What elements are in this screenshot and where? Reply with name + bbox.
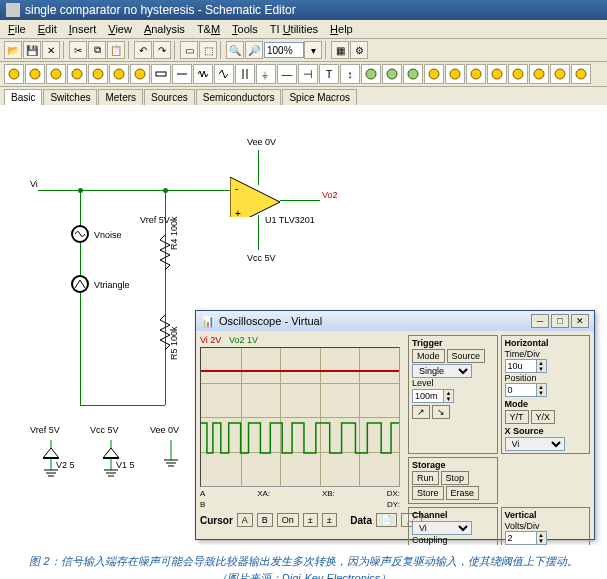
xsource-select[interactable]: Vi: [505, 437, 565, 451]
component-icon[interactable]: ⊣: [298, 64, 318, 84]
save-icon[interactable]: 💾: [23, 41, 41, 59]
component-icon[interactable]: [151, 64, 171, 84]
component-icon[interactable]: [403, 64, 423, 84]
store-button[interactable]: Store: [412, 486, 444, 500]
svg-point-6: [135, 69, 145, 79]
vtriangle-source[interactable]: [71, 275, 89, 293]
run-button[interactable]: Run: [412, 471, 439, 485]
channel-select[interactable]: Vi: [412, 521, 472, 535]
component-icon[interactable]: ⏚: [256, 64, 276, 84]
oscilloscope-titlebar[interactable]: 📊 Oscilloscope - Virtual ─ □ ✕: [196, 311, 594, 331]
component-icon[interactable]: [4, 64, 24, 84]
component-icon[interactable]: [466, 64, 486, 84]
cut-icon[interactable]: ✂: [69, 41, 87, 59]
component-icon[interactable]: [235, 64, 255, 84]
tab-spice-macros[interactable]: Spice Macros: [282, 89, 357, 105]
component-icon[interactable]: ↕: [340, 64, 360, 84]
close-icon[interactable]: ✕: [42, 41, 60, 59]
component-icon[interactable]: [361, 64, 381, 84]
cursor-minus-button[interactable]: ±: [322, 513, 337, 527]
close-icon[interactable]: ✕: [571, 314, 589, 328]
hpos-input[interactable]: ▲▼: [505, 383, 547, 397]
grid-icon[interactable]: ▦: [331, 41, 349, 59]
voltsdiv-input[interactable]: ▲▼: [505, 531, 547, 545]
component-icon[interactable]: —: [277, 64, 297, 84]
minimize-icon[interactable]: ─: [531, 314, 549, 328]
component-icon[interactable]: [46, 64, 66, 84]
trigger-falling-icon[interactable]: ↘: [432, 405, 450, 419]
menu-insert[interactable]: Insert: [65, 22, 101, 36]
menu-analysis[interactable]: Analysis: [140, 22, 189, 36]
vnoise-source[interactable]: [71, 225, 89, 243]
maximize-icon[interactable]: □: [551, 314, 569, 328]
menu-view[interactable]: View: [104, 22, 136, 36]
oscilloscope-window[interactable]: 📊 Oscilloscope - Virtual ─ □ ✕ Vi 2V Vo2…: [195, 310, 595, 540]
component-icon[interactable]: [193, 64, 213, 84]
paste-icon[interactable]: 📋: [107, 41, 125, 59]
tab-semiconductors[interactable]: Semiconductors: [196, 89, 282, 105]
component-icon[interactable]: [67, 64, 87, 84]
label-r5: R5 100k: [169, 326, 179, 360]
cursor-on-button[interactable]: On: [277, 513, 299, 527]
schematic-canvas[interactable]: - + Vee 0V Vi Vo2 U1 TLV3201 Vcc 5V Vnoi…: [0, 105, 607, 545]
component-icon[interactable]: [508, 64, 528, 84]
zoom-in-icon[interactable]: 🔍: [226, 41, 244, 59]
component-icon[interactable]: [487, 64, 507, 84]
opamp-symbol[interactable]: - +: [230, 177, 280, 217]
trigger-level-input[interactable]: ▲▼: [412, 389, 454, 403]
cursor-a-button[interactable]: A: [237, 513, 253, 527]
component-icon[interactable]: [424, 64, 444, 84]
component-icon[interactable]: [109, 64, 129, 84]
trace2-label: Vo2 1V: [229, 335, 258, 345]
cursor-plus-button[interactable]: ±: [303, 513, 318, 527]
tab-meters[interactable]: Meters: [98, 89, 143, 105]
component-icon[interactable]: [88, 64, 108, 84]
svg-point-1: [30, 69, 40, 79]
component-icon[interactable]: T: [319, 64, 339, 84]
tab-sources[interactable]: Sources: [144, 89, 195, 105]
zoom-drop-icon[interactable]: ▾: [304, 41, 322, 59]
component-icon[interactable]: [529, 64, 549, 84]
tool-icon[interactable]: ⚙: [350, 41, 368, 59]
select-icon[interactable]: ▭: [180, 41, 198, 59]
menu-edit[interactable]: Edit: [34, 22, 61, 36]
undo-icon[interactable]: ↶: [134, 41, 152, 59]
mode-yt-button[interactable]: Y/T: [505, 410, 529, 424]
label-vcc: Vcc 5V: [247, 253, 276, 263]
component-icon[interactable]: [550, 64, 570, 84]
component-icon[interactable]: [25, 64, 45, 84]
trigger-mode-button[interactable]: Mode: [412, 349, 445, 363]
trigger-source-button[interactable]: Source: [447, 349, 486, 363]
component-icon[interactable]: [445, 64, 465, 84]
component-icon[interactable]: [130, 64, 150, 84]
component-icon[interactable]: [214, 64, 234, 84]
tab-basic[interactable]: Basic: [4, 89, 42, 105]
trigger-rising-icon[interactable]: ↗: [412, 405, 430, 419]
svg-point-18: [492, 69, 502, 79]
plot-area[interactable]: [200, 347, 400, 487]
menu-help[interactable]: Help: [326, 22, 357, 36]
cursor-b-button[interactable]: B: [257, 513, 273, 527]
zoom-out-icon[interactable]: 🔎: [245, 41, 263, 59]
erase-button[interactable]: Erase: [446, 486, 480, 500]
mode-yx-button[interactable]: Y/X: [531, 410, 556, 424]
label-vee2: Vee 0V: [150, 425, 179, 435]
copy-icon[interactable]: ⧉: [88, 41, 106, 59]
component-icon[interactable]: [172, 64, 192, 84]
stop-button[interactable]: Stop: [441, 471, 470, 485]
tab-switches[interactable]: Switches: [43, 89, 97, 105]
open-icon[interactable]: 📂: [4, 41, 22, 59]
timediv-input[interactable]: ▲▼: [505, 359, 547, 373]
menu-tools[interactable]: Tools: [228, 22, 262, 36]
menu-tm[interactable]: T&M: [193, 22, 224, 36]
zoom-sel-icon[interactable]: ⬚: [199, 41, 217, 59]
menu-file[interactable]: File: [4, 22, 30, 36]
redo-icon[interactable]: ↷: [153, 41, 171, 59]
component-icon[interactable]: [382, 64, 402, 84]
menu-ti-utilities[interactable]: TI Utilities: [266, 22, 322, 36]
data-export-icon[interactable]: 📄: [376, 513, 397, 527]
trigger-mode-select[interactable]: Single: [412, 364, 472, 378]
component-icon[interactable]: [571, 64, 591, 84]
ground-vee[interactable]: [156, 440, 186, 487]
zoom-input[interactable]: [264, 42, 304, 58]
